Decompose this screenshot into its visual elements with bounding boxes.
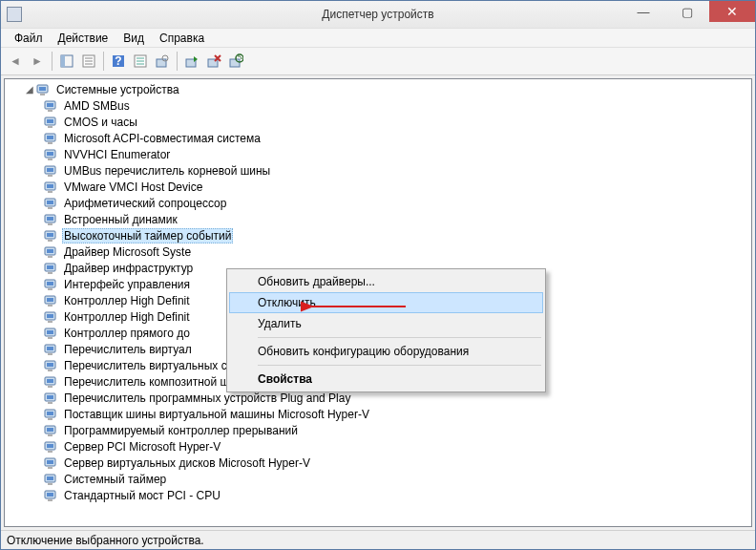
device-icon [44,424,59,437]
svg-rect-49 [47,249,53,253]
tree-label: Драйвер Microsoft Syste [62,245,193,259]
svg-rect-16 [230,59,240,67]
svg-rect-91 [47,476,53,480]
tree-device-row[interactable]: Высокоточный таймер событий [24,227,751,243]
nav-forward-button[interactable]: ► [27,51,48,72]
svg-rect-62 [48,321,52,323]
device-icon [44,213,59,226]
svg-rect-22 [47,103,53,107]
svg-rect-12 [157,59,166,67]
svg-rect-1 [61,55,65,67]
tree-device-row[interactable]: Арифметический сопроцессор [24,195,751,211]
enable-icon [184,53,200,69]
device-icon [44,343,59,356]
tree-label: Системный таймер [62,473,168,486]
tree-label: Системные устройства [54,83,181,96]
menubar: Файл Действие Вид Справка [1,28,755,47]
context-menu-separator [258,337,541,338]
svg-rect-53 [48,272,52,274]
svg-rect-28 [47,136,53,139]
tree-label: Арифметический сопроцессор [62,197,228,210]
properties-button[interactable] [78,51,99,72]
tree-device-row[interactable]: Поставщик шины виртуальной машины Micros… [24,406,751,422]
svg-rect-74 [48,386,52,388]
svg-rect-41 [48,207,52,209]
device-icon [44,327,59,340]
context-menu-item[interactable]: Обновить драйверы... [229,271,543,292]
device-icon [44,294,59,307]
tree-device-row[interactable]: Системный таймер [24,471,751,487]
svg-rect-34 [47,168,53,172]
collapse-icon[interactable]: ◢ [24,84,35,95]
menu-action[interactable]: Действие [51,30,116,47]
svg-rect-55 [47,282,53,286]
svg-rect-32 [48,159,52,160]
toolbar-separator [103,52,104,71]
help-button[interactable]: ? [108,51,129,72]
svg-rect-86 [48,451,52,453]
disable-button[interactable] [203,51,224,72]
svg-rect-77 [48,402,52,404]
device-icon [44,310,59,324]
device-icon [44,473,59,486]
action-button[interactable] [130,51,151,72]
tree-device-row[interactable]: VMware VMCI Host Device [24,179,751,195]
context-menu-item[interactable]: Обновить конфигурацию оборудования [229,341,543,362]
svg-rect-29 [48,142,52,144]
close-button[interactable]: ✕ [709,1,755,22]
menu-file[interactable]: Файл [7,30,51,47]
tree-device-row[interactable]: Microsoft ACPI-совместимая система [24,130,751,146]
uninstall-button[interactable] [225,51,246,72]
enable-button[interactable] [181,51,202,72]
svg-rect-40 [47,201,53,204]
device-icon [44,148,59,161]
statusbar: Отключение выбранного устройства. [1,530,755,549]
svg-rect-37 [47,184,53,188]
device-icon [44,391,59,405]
status-text: Отключение выбранного устройства. [7,534,204,547]
tree-device-row[interactable]: NVVHCI Enumerator [24,146,751,162]
tree-label: Контроллер High Definit [62,310,192,324]
tree-device-row[interactable]: Драйвер Microsoft Syste [24,243,751,260]
context-menu-item[interactable]: Свойства [229,369,543,390]
svg-rect-19 [39,87,46,91]
tree-device-row[interactable]: Встроенный динамик [24,211,751,227]
menu-help[interactable]: Справка [152,30,212,47]
tree-device-row[interactable]: Сервер PCI Microsoft Hyper-V [24,438,751,455]
minimize-button[interactable]: — [621,1,665,22]
svg-rect-73 [47,379,53,383]
context-menu-item[interactable]: Удалить [229,313,543,334]
tree-label: Стандартный мост PCI - CPU [62,489,222,502]
svg-rect-58 [47,298,53,302]
svg-rect-68 [48,353,52,355]
device-icon [44,408,59,421]
svg-rect-26 [48,126,52,128]
svg-rect-89 [48,467,52,469]
tree-device-row[interactable]: Сервер виртуальных дисков Microsoft Hype… [24,455,751,471]
titlebar: Диспетчер устройств — ▢ ✕ [1,1,755,28]
context-menu-item[interactable]: Отключить [229,292,543,313]
help-icon: ? [111,53,126,69]
tree-device-row[interactable]: AMD SMBus [24,97,751,114]
nav-back-button[interactable]: ◄ [5,51,26,72]
svg-rect-67 [47,347,53,350]
tree-label: Драйвер инфраструктур [62,262,195,275]
tree-category-row[interactable]: ◢Системные устройства [24,81,751,97]
menu-view[interactable]: Вид [116,30,152,47]
svg-rect-80 [48,418,52,420]
scan-button[interactable] [152,51,173,72]
tree-label: Перечислитель виртуал [62,343,194,356]
tree-device-row[interactable]: UMBus перечислитель корневой шины [24,162,751,179]
tree-device-row[interactable]: Стандартный мост PCI - CPU [24,487,751,503]
maximize-button[interactable]: ▢ [665,1,709,22]
tree-label: Контроллер прямого до [62,327,192,340]
tree-label: UMBus перечислитель корневой шины [62,164,272,178]
tree-label: NVVHCI Enumerator [62,148,172,161]
uninstall-icon [228,53,243,69]
svg-rect-94 [47,493,53,497]
svg-rect-25 [47,119,53,123]
tree-device-row[interactable]: CMOS и часы [24,114,751,130]
svg-rect-88 [47,460,53,464]
tree-device-row[interactable]: Программируемый контроллер прерываний [24,422,751,438]
show-hide-tree-button[interactable] [56,51,77,72]
